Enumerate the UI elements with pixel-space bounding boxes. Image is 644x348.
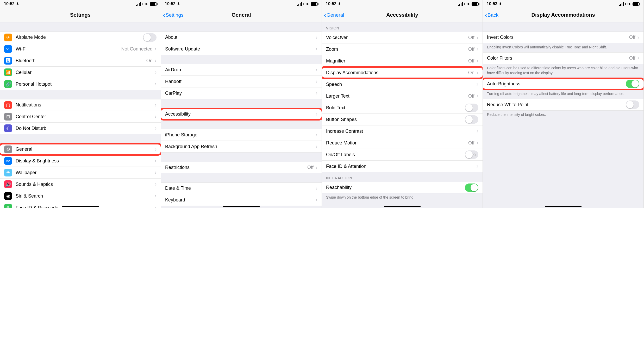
control-center-icon: ⊟ [4, 113, 12, 121]
chevron-left-icon: ‹ [324, 12, 326, 18]
row-auto-brightness[interactable]: Auto-Brightness [483, 78, 643, 90]
row-display-accommodations[interactable]: Display AccommodationsOn› [322, 67, 483, 79]
general-screen: 10:52➤ LTE ‹Settings General About›Softw… [161, 0, 322, 208]
row-cellular[interactable]: 📶Cellular› [0, 67, 161, 78]
back-button[interactable]: ‹Back [485, 12, 498, 18]
row-label: Reduce Motion [326, 140, 468, 146]
home-indicator[interactable] [223, 206, 260, 207]
chevron-right-icon: › [316, 132, 317, 138]
cellular-icon: 📶 [4, 68, 12, 76]
row-detail: Off [468, 35, 474, 40]
row-notifications[interactable]: ▢Notifications› [0, 99, 161, 111]
toggle-switch[interactable] [626, 100, 639, 109]
row-handoff[interactable]: Handoff› [161, 76, 322, 87]
group-invert: Invert ColorsOff› [483, 31, 643, 43]
row-iphone-storage[interactable]: iPhone Storage› [161, 129, 322, 141]
row-speech[interactable]: Speech› [322, 79, 483, 90]
row-general[interactable]: ⚙General› [0, 143, 161, 155]
row-label: Restrictions [165, 165, 307, 170]
toggle-switch[interactable] [465, 115, 478, 124]
location-icon: ➤ [337, 1, 342, 7]
auto-brightness-footer: Turning off auto-brightness may affect b… [483, 90, 643, 99]
chevron-right-icon: › [477, 81, 478, 88]
row-airplane-mode[interactable]: ✈Airplane Mode [0, 31, 161, 43]
row-reduce-motion[interactable]: Reduce MotionOff› [322, 137, 483, 149]
row-wi-fi[interactable]: ᯤWi-FiNot Connected› [0, 43, 161, 55]
row-reduce-white-point[interactable]: Reduce White Point [483, 99, 643, 111]
nav-bar: ‹Settings General [161, 8, 322, 22]
row-software-update[interactable]: Software Update› [161, 43, 322, 55]
toggle-switch[interactable] [465, 104, 478, 112]
row-label: Handoff [165, 79, 316, 84]
chevron-right-icon: › [477, 58, 478, 64]
accessibility-list[interactable]: VISION VoiceOverOff›ZoomOff›MagnifierOff… [322, 22, 483, 208]
row-about[interactable]: About› [161, 31, 322, 43]
row-airdrop[interactable]: AirDrop› [161, 64, 322, 76]
chevron-right-icon: › [316, 78, 317, 85]
row-increase-contrast[interactable]: Increase Contrast› [322, 125, 483, 137]
row-do-not-disturb[interactable]: ☾Do Not Disturb› [0, 123, 161, 134]
toggle-switch[interactable] [626, 80, 639, 88]
toggle-switch[interactable] [465, 184, 478, 192]
accessibility-screen: 10:52➤ LTE ‹General Accessibility VISION… [322, 0, 483, 208]
siri-icon: ◉ [4, 192, 12, 200]
row-face-id-passcode[interactable]: ☺Face ID & Passcode› [0, 202, 161, 208]
row-control-center[interactable]: ⊟Control Center› [0, 111, 161, 123]
row-date-time[interactable]: Date & Time› [161, 182, 322, 194]
row-label: Display & Brightness [16, 158, 155, 164]
row-label: VoiceOver [326, 35, 468, 40]
row-accessibility[interactable]: Accessibility› [161, 108, 322, 120]
home-indicator[interactable] [62, 206, 99, 207]
row-restrictions[interactable]: RestrictionsOff› [161, 162, 322, 173]
row-color-filters[interactable]: Color FiltersOff› [483, 52, 643, 64]
row-invert-colors[interactable]: Invert ColorsOff› [483, 31, 643, 43]
settings-list[interactable]: ✈Airplane ModeᯤWi-FiNot Connected›🅱Bluet… [0, 22, 161, 208]
row-reachability[interactable]: Reachability [322, 182, 483, 193]
toggle-switch[interactable] [143, 33, 157, 42]
row-on-off-labels[interactable]: On/Off Labels [322, 149, 483, 161]
row-bold-text[interactable]: Bold Text [322, 102, 483, 114]
row-detail: On [468, 70, 474, 75]
status-time: 10:53 [487, 2, 497, 6]
row-zoom[interactable]: ZoomOff› [322, 43, 483, 55]
reachability-footer: Swipe down on the bottom edge of the scr… [322, 193, 483, 203]
chevron-right-icon: › [155, 125, 157, 132]
toggle-switch[interactable] [465, 150, 478, 159]
display-accommodations-list[interactable]: Invert ColorsOff› Enabling Invert Colors… [483, 22, 643, 208]
row-label: Do Not Disturb [16, 126, 155, 131]
page-title: Accessibility [386, 12, 418, 18]
row-larger-text[interactable]: Larger TextOff› [322, 90, 483, 102]
row-label: Keyboard [165, 197, 316, 203]
back-button[interactable]: ‹General [324, 12, 344, 18]
chevron-right-icon: › [155, 57, 157, 64]
home-indicator[interactable] [545, 206, 582, 207]
network-label: LTE [464, 2, 470, 6]
row-bluetooth[interactable]: 🅱BluetoothOn› [0, 55, 161, 67]
row-siri-search[interactable]: ◉Siri & Search› [0, 190, 161, 202]
row-personal-hotspot[interactable]: 🔗Personal Hotspot› [0, 78, 161, 90]
row-carplay[interactable]: CarPlay› [161, 87, 322, 99]
row-wallpaper[interactable]: ❀Wallpaper› [0, 167, 161, 179]
home-indicator[interactable] [384, 206, 421, 207]
chevron-right-icon: › [477, 93, 478, 99]
chevron-right-icon: › [155, 169, 157, 176]
row-label: General [16, 147, 155, 152]
row-sounds-haptics[interactable]: 🔊Sounds & Haptics› [0, 179, 161, 190]
row-face-id-attention[interactable]: Face ID & Attention› [322, 161, 483, 172]
row-display-brightness[interactable]: AADisplay & Brightness› [0, 155, 161, 167]
chevron-right-icon: › [316, 197, 317, 203]
row-button-shapes[interactable]: Button Shapes [322, 114, 483, 125]
row-label: Wallpaper [16, 170, 155, 175]
location-icon: ➤ [15, 1, 20, 7]
row-label: Larger Text [326, 93, 468, 99]
row-voiceover[interactable]: VoiceOverOff› [322, 32, 483, 43]
chevron-right-icon: › [155, 102, 157, 109]
status-time: 10:52 [4, 2, 15, 6]
general-list[interactable]: About›Software Update› AirDrop›Handoff›C… [161, 22, 322, 208]
row-magnifier[interactable]: MagnifierOff› [322, 55, 483, 67]
back-button[interactable]: ‹Settings [163, 12, 184, 18]
row-detail: Off [468, 140, 474, 146]
row-keyboard[interactable]: Keyboard› [161, 194, 322, 206]
row-background-app-refresh[interactable]: Background App Refresh› [161, 141, 322, 153]
chevron-right-icon: › [477, 46, 478, 53]
